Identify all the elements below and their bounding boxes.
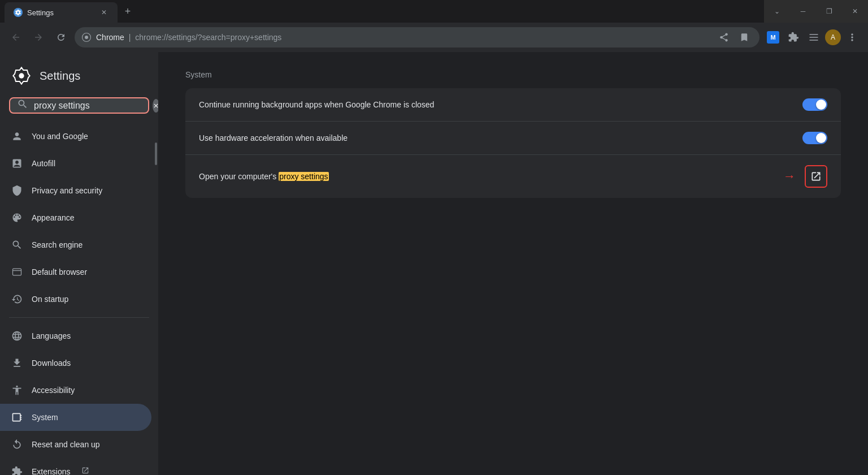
url-base: chrome://settings/ [135, 33, 198, 42]
sidebar-toggle-button[interactable] [805, 28, 823, 46]
url-chrome-label: Chrome [96, 33, 124, 42]
sidebar-item-privacy-security[interactable]: Privacy and security [0, 177, 151, 204]
background-apps-toggle[interactable] [802, 98, 827, 111]
close-button[interactable]: ✕ [842, 0, 868, 23]
sidebar-scrollbar[interactable] [155, 142, 157, 165]
url-separator: | [129, 33, 131, 42]
sidebar-item-accessibility[interactable]: Accessibility [0, 377, 151, 404]
search-input[interactable] [34, 101, 147, 111]
search-clear-button[interactable] [153, 99, 158, 113]
accessibility-icon [11, 385, 23, 396]
external-link-icon [81, 467, 89, 475]
settings-logo [11, 66, 32, 86]
svg-rect-3 [13, 269, 21, 275]
sidebar-item-label: System [32, 413, 58, 422]
hardware-acceleration-toggle[interactable] [802, 132, 827, 144]
minimize-button[interactable]: ─ [790, 0, 816, 23]
toolbar-right: M A [764, 28, 861, 46]
search-engine-icon [11, 239, 23, 251]
sidebar-item-you-and-google[interactable]: You and Google [0, 123, 151, 150]
system-icon [11, 412, 23, 423]
titlebar: Settings ✕ + ⌄ ─ ❐ ✕ [0, 0, 868, 23]
sidebar-item-label: Reset and clean up [32, 440, 100, 449]
main-content: Settings You and Google [0, 52, 868, 475]
new-tab-button[interactable]: + [120, 3, 136, 19]
bookmark-button[interactable] [736, 29, 753, 46]
svg-point-2 [19, 73, 24, 78]
hardware-acceleration-text: Use hardware acceleration when available [199, 133, 802, 142]
background-apps-text: Continue running background apps when Go… [199, 100, 802, 109]
extension-ms-button[interactable]: M [764, 28, 782, 46]
browser-icon [11, 266, 23, 278]
extensions-button[interactable] [784, 28, 802, 46]
proxy-settings-text: Open your computer's proxy settings [199, 172, 783, 181]
profile-avatar[interactable]: A [825, 29, 841, 45]
back-button[interactable] [7, 28, 25, 46]
sidebar-item-label: Autofill [32, 159, 55, 168]
sidebar-divider [9, 317, 149, 318]
avatar-initial: A [831, 33, 835, 41]
sidebar-item-on-startup[interactable]: On startup [0, 286, 151, 313]
url-right-actions [715, 29, 753, 46]
url-favicon [81, 32, 92, 42]
sidebar-item-appearance[interactable]: Appearance [0, 204, 151, 231]
share-button[interactable] [715, 29, 732, 46]
tab-favicon [14, 8, 23, 17]
sidebar-item-label: Appearance [32, 213, 75, 222]
reload-button[interactable] [52, 28, 70, 46]
system-settings-card: Continue running background apps when Go… [185, 88, 841, 198]
search-box[interactable] [9, 97, 149, 114]
reset-icon [11, 439, 23, 450]
sidebar-item-reset-cleanup[interactable]: Reset and clean up [0, 431, 151, 458]
open-proxy-settings-button[interactable] [805, 165, 827, 188]
sidebar-item-default-browser[interactable]: Default browser [0, 258, 151, 286]
red-arrow: → [783, 169, 796, 184]
ext-link-area: → [783, 165, 827, 188]
window-controls: ⌄ ─ ❐ ✕ [764, 0, 868, 23]
tab-close-button[interactable]: ✕ [99, 8, 108, 17]
sidebar-item-downloads[interactable]: Downloads [0, 349, 151, 377]
toggle-knob [816, 133, 826, 143]
sidebar: Settings You and Google [0, 52, 158, 475]
sidebar-item-label: Default browser [32, 267, 87, 277]
active-tab[interactable]: Settings ✕ [5, 2, 118, 23]
sidebar-item-languages[interactable]: Languages [0, 322, 151, 349]
sidebar-item-label: Downloads [32, 359, 71, 368]
settings-title: Settings [40, 70, 80, 83]
section-title: System [185, 70, 841, 79]
autofill-icon [11, 158, 23, 169]
sidebar-item-label: Extensions [32, 467, 70, 475]
globe-icon [11, 330, 23, 342]
sidebar-item-label: Languages [32, 331, 71, 340]
url-query: ?search=proxy+settings [198, 33, 282, 42]
toggle-knob [816, 100, 826, 110]
proxy-text-before: Open your computer's [199, 172, 279, 181]
shield-icon [11, 185, 23, 196]
sidebar-item-label: Privacy and security [32, 186, 102, 195]
settings-header: Settings [0, 52, 158, 97]
sidebar-item-search-engine[interactable]: Search engine [0, 231, 151, 258]
url-text: Chrome | chrome://settings/?search=proxy… [96, 33, 711, 42]
chrome-menu-button[interactable] [843, 28, 861, 46]
extensions-sidebar-icon [11, 466, 23, 475]
sidebar-nav: You and Google Autofill Privacy and secu… [0, 123, 158, 475]
hardware-acceleration-row: Use hardware acceleration when available [185, 122, 841, 155]
svg-point-1 [85, 36, 88, 39]
maximize-button[interactable]: ❐ [816, 0, 842, 23]
sidebar-item-system[interactable]: System [0, 404, 151, 431]
sidebar-item-label: Search engine [32, 240, 83, 249]
tab-title: Settings [27, 8, 95, 17]
sidebar-item-label: On startup [32, 295, 68, 304]
forward-button[interactable] [29, 28, 47, 46]
sidebar-item-label: Accessibility [32, 386, 75, 395]
addressbar: Chrome | chrome://settings/?search=proxy… [0, 23, 868, 52]
url-bar[interactable]: Chrome | chrome://settings/?search=proxy… [75, 27, 760, 48]
tab-list-button[interactable]: ⌄ [764, 0, 790, 23]
sidebar-item-extensions[interactable]: Extensions [0, 458, 151, 475]
sidebar-item-label: You and Google [32, 132, 88, 141]
palette-icon [11, 212, 23, 223]
sidebar-item-autofill[interactable]: Autofill [0, 150, 151, 177]
startup-icon [11, 293, 23, 305]
person-icon [11, 131, 23, 142]
extension-ms-icon: M [767, 31, 779, 44]
